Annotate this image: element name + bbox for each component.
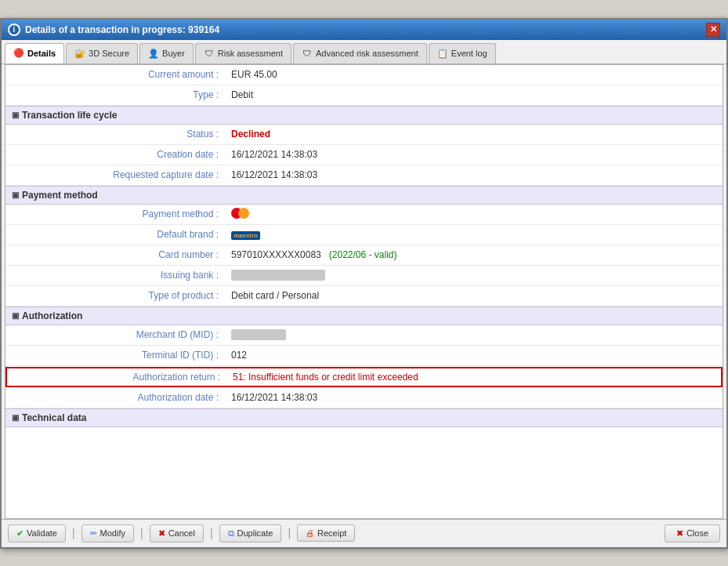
validate-button[interactable]: ✔ Validate [8,524,66,542]
maestro-icon: maestro [231,231,260,240]
cancel-icon: ✖ [158,528,165,539]
tab-eventlog[interactable]: 📋 Event log [429,43,496,63]
tab-buyer-label: Buyer [162,49,185,58]
separator-1: | [72,527,75,539]
validate-icon: ✔ [16,528,24,539]
tab-risk-label: Risk assessment [218,49,283,58]
authorization-section[interactable]: ▣ Authorization [5,307,723,325]
issuing-bank-blurred [231,270,325,281]
payment-method-section[interactable]: ▣ Payment method [5,186,723,205]
eventlog-tab-icon: 📋 [437,48,448,59]
card-number-row: Card number : 597010XXXXXX0083 (2022/06 … [5,245,723,266]
auth-toggle-icon: ▣ [12,311,19,320]
auth-date-value: 16/12/2021 14:38:03 [225,389,723,406]
buyer-tab-icon: 👤 [148,48,159,59]
modify-label: Modify [100,528,125,538]
tab-3dsecure-label: 3D Secure [89,49,129,58]
payment-method-icon [225,205,723,224]
lifecycle-toggle-icon: ▣ [12,111,19,119]
close-icon: ✖ [676,528,683,539]
current-amount-value: EUR 45.00 [225,66,723,83]
auth-date-label: Authorization date : [5,389,225,406]
duplicate-icon: ⧉ [228,528,234,539]
separator-4: | [288,527,291,539]
merchant-id-blurred [231,329,286,340]
terminal-id-row: Terminal ID (TID) : 012 [5,346,723,366]
default-brand-label: Default brand : [5,226,225,243]
payment-toggle-icon: ▣ [12,190,19,199]
close-button[interactable]: ✖ Close [665,524,720,542]
creation-date-label: Creation date : [5,146,225,163]
main-window: i Details of a transaction in progress: … [0,18,728,549]
auth-return-label: Authorization return : [7,368,226,386]
terminal-id-label: Terminal ID (TID) : [5,346,225,364]
current-amount-label: Current amount : [5,66,225,83]
payment-method-row: Payment method : [5,205,723,225]
scroll-area: Current amount : EUR 45.00 Type : Debit … [5,65,723,451]
receipt-label: Receipt [317,528,346,538]
issuing-bank-label: Issuing bank : [5,267,225,284]
status-label: Status : [5,125,225,143]
window-info-icon: i [8,24,20,36]
auth-return-row: Authorization return : 51: Insufficient … [5,367,723,387]
modify-button[interactable]: ✏ Modify [81,524,134,542]
creation-date-value: 16/12/2021 14:38:03 [225,146,723,163]
auth-return-value: 51: Insufficient funds or credit limit e… [226,368,721,386]
duplicate-button[interactable]: ⧉ Duplicate [219,524,282,542]
creation-date-row: Creation date : 16/12/2021 14:38:03 [5,145,723,165]
duplicate-label: Duplicate [237,528,273,538]
content-area[interactable]: Current amount : EUR 45.00 Type : Debit … [5,64,723,519]
issuing-bank-row: Issuing bank : [5,266,723,286]
requested-capture-label: Requested capture date : [5,166,225,183]
technical-data-section[interactable]: ▣ Technical data [5,408,723,427]
3dsecure-tab-icon: 🔐 [74,48,85,59]
authorization-title: Authorization [22,310,82,321]
requested-capture-row: Requested capture date : 16/12/2021 14:3… [5,165,723,186]
type-value: Debit [225,86,723,103]
tab-buyer[interactable]: 👤 Buyer [139,43,194,63]
tab-eventlog-label: Event log [451,49,487,58]
receipt-icon: 🖨 [306,528,314,538]
transaction-lifecycle-title: Transaction life cycle [22,110,117,121]
tab-details-label: Details [27,49,56,58]
payment-method-label: Payment method : [5,205,225,223]
type-label: Type : [5,86,225,103]
default-brand-row: Default brand : maestro [5,225,723,245]
default-brand-icon: maestro [225,226,723,243]
receipt-button[interactable]: 🖨 Receipt [297,524,355,542]
current-amount-row: Current amount : EUR 45.00 [5,65,723,85]
tab-3dsecure[interactable]: 🔐 3D Secure [66,43,138,63]
title-bar: i Details of a transaction in progress: … [2,20,726,40]
type-of-product-row: Type of product : Debit card / Personal [5,286,723,307]
card-number-value: 597010XXXXXX0083 (2022/06 - valid) [225,246,723,263]
merchant-id-value [225,326,723,343]
technical-data-title: Technical data [22,412,86,423]
transaction-lifecycle-section[interactable]: ▣ Transaction life cycle [5,106,723,125]
status-row: Status : Declined [5,125,723,145]
title-bar-close-button[interactable]: ✕ [706,23,720,37]
auth-date-row: Authorization date : 16/12/2021 14:38:03 [5,388,723,408]
details-tab-icon: 🔴 [13,48,24,59]
separator-2: | [140,527,143,539]
tab-details[interactable]: 🔴 Details [5,43,64,63]
advanced-risk-tab-icon: 🛡 [302,48,313,59]
payment-method-title: Payment method [22,190,98,201]
cancel-label: Cancel [168,528,195,538]
modify-icon: ✏ [90,528,97,539]
tab-bar: 🔴 Details 🔐 3D Secure 👤 Buyer 🛡 Risk ass… [2,40,726,64]
tab-advanced-risk[interactable]: 🛡 Advanced risk assessment [293,43,427,63]
content-spacer [5,427,723,451]
tab-risk[interactable]: 🛡 Risk assessment [195,43,292,63]
footer-bar: ✔ Validate | ✏ Modify | ✖ Cancel | ⧉ Dup… [2,519,726,547]
validate-label: Validate [27,528,57,538]
type-row: Type : Debit [5,85,723,106]
cancel-button[interactable]: ✖ Cancel [150,524,204,542]
risk-tab-icon: 🛡 [204,48,215,59]
mastercard-icon [231,208,249,219]
card-number-label: Card number : [5,246,225,263]
merchant-id-label: Merchant ID (MID) : [5,326,225,343]
card-validity: (2022/06 - valid) [329,249,397,260]
issuing-bank-value [225,267,723,284]
status-value: Declined [225,125,723,143]
technical-toggle-icon: ▣ [12,413,19,422]
